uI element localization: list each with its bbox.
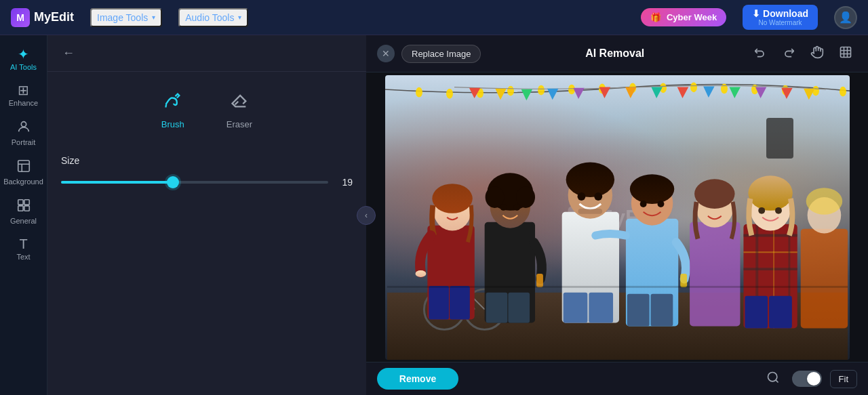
image-tools-chevron-icon: ▾ — [152, 14, 155, 21]
svg-point-92 — [806, 188, 842, 215]
audio-tools-nav[interactable]: Audio Tools ▾ — [178, 8, 248, 27]
svg-point-64 — [594, 192, 602, 201]
sidebar-item-enhance-label: Enhance — [9, 99, 38, 107]
svg-point-46 — [432, 184, 473, 213]
svg-marker-35 — [804, 89, 814, 100]
svg-rect-57 — [536, 274, 543, 287]
back-button[interactable]: ← — [58, 45, 79, 62]
remove-button[interactable]: Remove — [377, 368, 458, 390]
svg-marker-28 — [625, 87, 636, 98]
collapse-icon: ‹ — [365, 211, 368, 220]
svg-point-0 — [21, 122, 26, 127]
sidebar-item-text[interactable]: T Text — [2, 232, 45, 266]
redo-button[interactable] — [777, 42, 800, 65]
enhance-icon: ⊞ — [18, 83, 29, 97]
download-label: ⬇ Download — [752, 8, 808, 19]
replace-image-label: Replace Image — [412, 49, 471, 59]
svg-marker-22 — [469, 88, 480, 98]
sidebar-item-portrait[interactable]: Portrait — [2, 114, 45, 152]
svg-rect-49 — [486, 292, 507, 323]
sidebar-item-portrait-label: Portrait — [12, 138, 35, 146]
sidebar-item-background-label: Background — [3, 178, 43, 186]
sidebar-item-ai-tools[interactable]: ✦ AI Tools — [2, 42, 45, 77]
sidebar-item-background[interactable]: Background — [2, 153, 45, 191]
user-avatar-button[interactable]: 👤 — [834, 6, 857, 29]
svg-marker-33 — [755, 87, 766, 98]
eraser-tool[interactable]: Eraser — [216, 85, 263, 135]
user-avatar-icon: 👤 — [839, 11, 852, 24]
size-section: Size 19 — [47, 142, 366, 196]
frame-icon — [839, 45, 852, 62]
sidebar-item-enhance[interactable]: ⊞ Enhance — [2, 78, 45, 112]
collapse-panel-button[interactable]: ‹ — [357, 206, 376, 225]
sidebar-item-general[interactable]: General — [2, 192, 45, 230]
svg-rect-4 — [18, 206, 22, 211]
app-logo[interactable]: M MyEdit — [11, 8, 74, 27]
svg-rect-43 — [429, 285, 449, 319]
image-tools-nav[interactable]: Image Tools ▾ — [90, 8, 162, 27]
fit-button[interactable]: Fit — [830, 370, 857, 388]
svg-point-71 — [639, 200, 646, 207]
svg-rect-90 — [800, 228, 847, 328]
svg-point-89 — [775, 207, 782, 213]
brush-label: Brush — [161, 119, 184, 129]
replace-image-button[interactable]: Replace Image — [401, 45, 481, 63]
portrait-icon — [16, 119, 31, 136]
zoom-search-button[interactable] — [762, 368, 784, 390]
brush-tool[interactable]: Brush — [151, 85, 195, 135]
slider-fill — [61, 181, 173, 184]
frame-button[interactable] — [834, 42, 857, 65]
svg-rect-93 — [387, 285, 847, 287]
panel-header: ← — [47, 35, 366, 72]
size-slider[interactable] — [61, 175, 328, 189]
toggle-switch[interactable] — [792, 371, 822, 387]
svg-rect-2 — [18, 200, 22, 205]
undo-button[interactable] — [749, 42, 772, 65]
svg-point-7 — [416, 87, 422, 97]
slider-thumb[interactable] — [167, 176, 179, 188]
canvas-area: ✕ Replace Image AI Removal — [366, 35, 868, 395]
svg-point-76 — [694, 179, 735, 209]
svg-point-62 — [566, 162, 614, 197]
cyber-week-button[interactable]: 🎁 Cyber Week — [641, 8, 726, 26]
svg-rect-73 — [680, 274, 687, 287]
svg-marker-23 — [496, 89, 507, 100]
text-icon: T — [19, 237, 27, 251]
svg-rect-5 — [24, 206, 28, 211]
close-icon: ✕ — [382, 48, 390, 59]
svg-marker-27 — [599, 87, 610, 98]
svg-point-87 — [748, 175, 792, 211]
canvas-toolbar: ✕ Replace Image AI Removal — [366, 35, 868, 72]
download-arrow-icon: ⬇ — [752, 8, 760, 19]
remove-label: Remove — [399, 373, 436, 384]
main-content: ✦ AI Tools ⊞ Enhance Portrait Ba — [0, 35, 868, 395]
back-arrow-icon: ← — [62, 46, 75, 60]
svg-marker-31 — [703, 86, 714, 97]
svg-rect-67 — [627, 293, 649, 326]
svg-rect-68 — [650, 293, 673, 326]
sidebar-item-ai-tools-label: AI Tools — [10, 63, 37, 71]
toggle-thumb — [807, 372, 821, 386]
hand-tool-button[interactable] — [806, 42, 829, 65]
audio-tools-label: Audio Tools — [185, 12, 234, 23]
fit-label: Fit — [839, 374, 848, 384]
tool-options: Brush Eraser — [47, 72, 366, 142]
download-sub-label: No Watermark — [759, 19, 802, 26]
close-canvas-button[interactable]: ✕ — [377, 45, 395, 62]
svg-marker-29 — [652, 87, 663, 98]
svg-point-55 — [500, 203, 507, 210]
svg-point-88 — [758, 207, 765, 213]
eraser-icon — [230, 91, 249, 114]
left-panel: ← Brush — [47, 35, 366, 395]
svg-rect-3 — [24, 200, 28, 205]
audio-tools-chevron-icon: ▾ — [238, 14, 241, 21]
image-tools-label: Image Tools — [97, 12, 148, 23]
download-button[interactable]: ⬇ Download No Watermark — [743, 5, 818, 30]
sidebar-item-general-label: General — [10, 217, 37, 225]
canvas-actions — [749, 42, 857, 65]
svg-point-72 — [657, 200, 664, 207]
redo-icon — [782, 45, 795, 62]
search-icon — [766, 371, 780, 387]
toggle-track — [792, 371, 822, 387]
logo-icon: M — [11, 8, 30, 27]
